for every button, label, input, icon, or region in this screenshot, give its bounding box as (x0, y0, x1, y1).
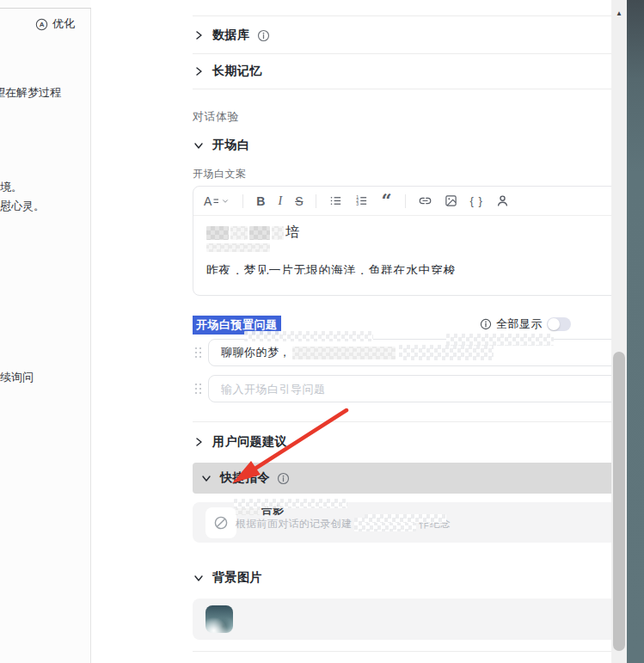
text-style-letter: A (204, 194, 212, 208)
info-icon[interactable] (480, 318, 492, 330)
italic-button[interactable]: I (278, 194, 282, 208)
censored-text-blur (244, 331, 373, 341)
image-button[interactable] (445, 194, 457, 207)
section-title: 用户问题建议 (212, 434, 287, 450)
toolbar-separator (242, 194, 243, 208)
show-all-toggle[interactable] (547, 317, 571, 331)
editor-content[interactable]: 培 昨夜，梦见一片无垠的海洋，鱼群在水中穿梭 (193, 216, 644, 295)
desc-prefix: 根据前面对话的记录创建 (236, 517, 352, 531)
circled-a-icon: A (35, 18, 48, 31)
sidebar-text-fragment: 续询问 (0, 368, 34, 387)
censored-text-blur (399, 345, 494, 360)
preset-question-input-wrap (208, 375, 644, 402)
divider (193, 53, 644, 54)
strikethrough-button[interactable]: S (295, 194, 303, 208)
section-row-long-memory[interactable]: 长期记忆 开启 (193, 55, 644, 88)
group-label-experience: 对话体验 (193, 109, 239, 125)
opening-text-editor[interactable]: A B I S (193, 186, 644, 296)
toggle-knob (548, 318, 560, 330)
preset-question-row: 聊聊你的梦， (193, 339, 644, 366)
visible-char: 培 (285, 224, 299, 242)
scroll-up-arrow-icon[interactable]: ▲ (614, 9, 624, 19)
censored-text-blur (272, 226, 284, 240)
page-background-strip (627, 0, 644, 663)
divider (193, 15, 644, 16)
censored-text-blur (365, 514, 446, 523)
optimize-button[interactable]: A 优化 (35, 16, 75, 32)
section-title: 开场白 (212, 138, 250, 153)
toolbar-separator (405, 194, 406, 208)
mention-person-button[interactable] (496, 194, 509, 207)
background-thumbnail-image[interactable] (205, 605, 233, 633)
quote-button[interactable]: “ (381, 196, 391, 206)
optimize-label: 优化 (52, 16, 75, 32)
chevron-right-icon (193, 436, 205, 448)
chevron-down-icon (221, 197, 230, 206)
section-title: 长期记忆 (212, 64, 262, 79)
censored-text-blur (230, 226, 248, 240)
bold-button[interactable]: B (256, 194, 265, 208)
drag-handle-icon[interactable] (194, 383, 202, 395)
sidebar-text-fragment: 慰心灵。 (0, 197, 45, 216)
section-title: 数据库 (212, 28, 250, 43)
section-title: 背景图片 (212, 570, 262, 586)
sidebar-text-fragment: 望在解梦过程 (0, 83, 89, 102)
show-all-control: 全部显示 (480, 316, 571, 332)
section-row-shortcuts-highlighted[interactable]: 快捷指令 + (193, 463, 644, 494)
divider (193, 421, 644, 422)
text-style-button[interactable]: A (204, 194, 230, 208)
chevron-right-icon (193, 65, 205, 77)
censored-text-blur (292, 347, 396, 359)
show-all-label: 全部显示 (496, 316, 543, 332)
command-icon-tile (205, 507, 236, 538)
link-button[interactable] (419, 194, 432, 207)
svg-text:A: A (40, 21, 45, 28)
info-icon[interactable] (277, 472, 290, 485)
section-row-background-image[interactable]: 背景图片 + (193, 566, 644, 590)
left-sidebar: A 优化 望在解梦过程 境。 慰心灵。 续询问 (0, 0, 90, 663)
background-image-card (193, 599, 644, 640)
censored-heading-line: 培 (206, 224, 299, 242)
drag-handle-icon[interactable] (194, 347, 202, 359)
svg-text:3: 3 (357, 201, 359, 206)
chevron-right-icon (193, 29, 205, 41)
chevron-down-icon (193, 572, 205, 584)
section-row-suggestions[interactable]: 用户问题建议 开启 (193, 427, 644, 457)
preset-question-input[interactable]: 聊聊你的梦， (208, 339, 644, 366)
config-main-panel: 数据库 A + 长期记忆 (91, 0, 611, 663)
divider (193, 89, 644, 89)
agent-config-page: A 优化 望在解梦过程 境。 慰心灵。 续询问 数据库 (0, 0, 644, 663)
toolbar-separator (316, 194, 316, 208)
chevron-down-icon (200, 472, 212, 484)
preset-question-input[interactable] (221, 383, 644, 396)
section-row-database[interactable]: 数据库 A + (193, 21, 644, 50)
censored-text-blur (446, 334, 554, 346)
censored-text-blur (206, 243, 270, 252)
lines-icon (213, 197, 219, 205)
opening-copy-label: 开场白文案 (193, 167, 247, 181)
sidebar-text-fragment: 境。 (0, 178, 22, 197)
chevron-down-icon (193, 139, 205, 151)
editor-toolbar: A B I S (193, 187, 644, 216)
shortcut-command-card[interactable]: 合影 根据前面对话的记录创建 作纪念 (193, 502, 644, 543)
variable-braces-button[interactable]: { } (470, 194, 483, 207)
divider (193, 651, 644, 652)
scrollbar-thumb[interactable] (613, 352, 625, 651)
censored-text-blur (234, 499, 347, 508)
section-row-opening[interactable]: 开场白 A (193, 134, 644, 157)
censored-text-blur (206, 226, 229, 240)
bullet-list-button[interactable] (329, 194, 342, 207)
clipped-paragraph: 昨夜，梦见一片无垠的海洋，鱼群在水中穿梭 (206, 263, 644, 274)
censored-text-blur (249, 226, 270, 240)
preset-question-row (193, 375, 644, 402)
prohibited-icon (213, 515, 229, 531)
info-icon[interactable] (257, 29, 270, 42)
question-visible-text: 聊聊你的梦， (221, 345, 291, 360)
section-title: 快捷指令 (220, 470, 270, 486)
ordered-list-button[interactable]: 123 (355, 194, 368, 207)
